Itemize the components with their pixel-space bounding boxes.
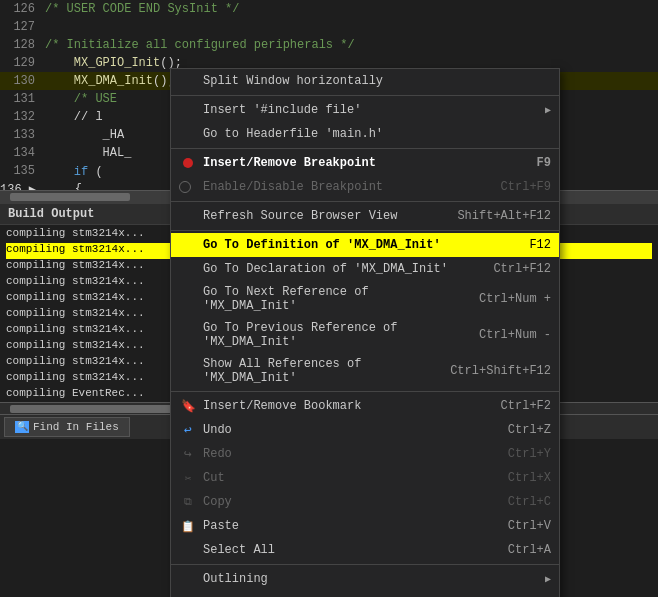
menu-separator-4	[171, 230, 559, 231]
tab-find-in-files-label: Find In Files	[33, 421, 119, 433]
menu-item-insert-breakpoint[interactable]: Insert/Remove Breakpoint F9	[171, 151, 559, 175]
outlining-icon	[179, 571, 197, 587]
menu-item-insert-include[interactable]: Insert '#include file' ▶	[171, 98, 559, 122]
menu-item-go-to-declaration[interactable]: Go To Declaration of 'MX_DMA_Init' Ctrl+…	[171, 257, 559, 281]
menu-separator-1	[171, 95, 559, 96]
menu-item-go-to-prev-ref[interactable]: Go To Previous Reference of 'MX_DMA_Init…	[171, 317, 559, 353]
tab-find-in-files[interactable]: 🔍 Find In Files	[4, 417, 130, 437]
paste-icon: 📋	[179, 518, 197, 534]
code-line-126: 126 /* USER CODE END SysInit */	[0, 0, 658, 18]
menu-separator-5	[171, 391, 559, 392]
menu-item-refresh-browser[interactable]: Refresh Source Browser View Shift+Alt+F1…	[171, 204, 559, 228]
outlining-arrow: ▶	[545, 573, 551, 585]
all-refs-icon	[179, 363, 197, 379]
menu-separator-3	[171, 201, 559, 202]
code-line-128: 128 /* Initialize all configured periphe…	[0, 36, 658, 54]
prev-ref-icon	[179, 327, 197, 343]
menu-item-enable-breakpoint[interactable]: Enable/Disable Breakpoint Ctrl+F9	[171, 175, 559, 199]
cut-icon: ✂	[179, 470, 197, 486]
menu-item-go-to-definition[interactable]: Go To Definition of 'MX_DMA_Init' F12	[171, 233, 559, 257]
find-in-files-icon: 🔍	[15, 421, 29, 433]
refresh-icon	[179, 208, 197, 224]
menu-separator-2	[171, 148, 559, 149]
redo-icon: ↪	[179, 446, 197, 462]
code-line-127: 127	[0, 18, 658, 36]
breakpoint-icon	[179, 155, 197, 171]
menu-item-copy[interactable]: ⧉ Copy Ctrl+C	[171, 490, 559, 514]
menu-item-redo[interactable]: ↪ Redo Ctrl+Y	[171, 442, 559, 466]
next-ref-icon	[179, 291, 197, 307]
go-to-definition-icon	[179, 237, 197, 253]
menu-item-select-all[interactable]: Select All Ctrl+A	[171, 538, 559, 562]
scrollbar-thumb	[10, 193, 130, 201]
headerfile-icon	[179, 126, 197, 142]
undo-icon: ↩	[179, 422, 197, 438]
copy-icon: ⧉	[179, 494, 197, 510]
split-window-icon	[179, 73, 197, 89]
menu-item-go-to-headerfile[interactable]: Go to Headerfile 'main.h'	[171, 122, 559, 146]
menu-item-cut[interactable]: ✂ Cut Ctrl+X	[171, 466, 559, 490]
insert-include-icon	[179, 102, 197, 118]
enable-breakpoint-icon	[179, 179, 197, 195]
menu-item-paste[interactable]: 📋 Paste Ctrl+V	[171, 514, 559, 538]
menu-separator-6	[171, 564, 559, 565]
menu-item-advanced[interactable]: Advanced ▶	[171, 591, 559, 597]
context-menu: Split Window horizontally Insert '#inclu…	[170, 68, 560, 597]
menu-item-insert-bookmark[interactable]: 🔖 Insert/Remove Bookmark Ctrl+F2	[171, 394, 559, 418]
select-all-icon	[179, 542, 197, 558]
menu-item-outlining[interactable]: Outlining ▶	[171, 567, 559, 591]
bookmark-icon: 🔖	[179, 398, 197, 414]
go-to-declaration-icon	[179, 261, 197, 277]
menu-item-undo[interactable]: ↩ Undo Ctrl+Z	[171, 418, 559, 442]
submenu-arrow: ▶	[545, 104, 551, 116]
menu-item-go-to-next-ref[interactable]: Go To Next Reference of 'MX_DMA_Init' Ct…	[171, 281, 559, 317]
menu-item-show-all-refs[interactable]: Show All References of 'MX_DMA_Init' Ctr…	[171, 353, 559, 389]
menu-item-split-window[interactable]: Split Window horizontally	[171, 69, 559, 93]
